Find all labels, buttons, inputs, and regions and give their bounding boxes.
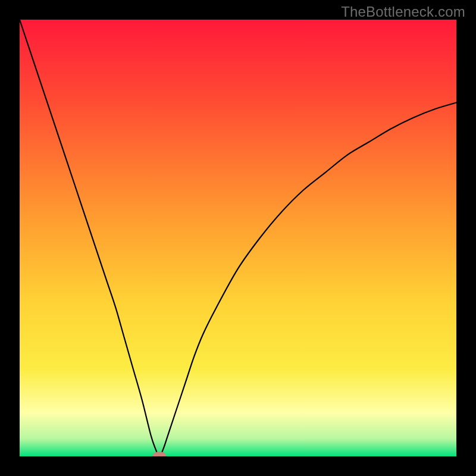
chart-frame: TheBottleneck.com (0, 0, 476, 476)
plot-area (20, 20, 456, 456)
bottleneck-chart (20, 20, 456, 456)
watermark-text: TheBottleneck.com (341, 4, 465, 20)
gradient-background (20, 20, 456, 456)
